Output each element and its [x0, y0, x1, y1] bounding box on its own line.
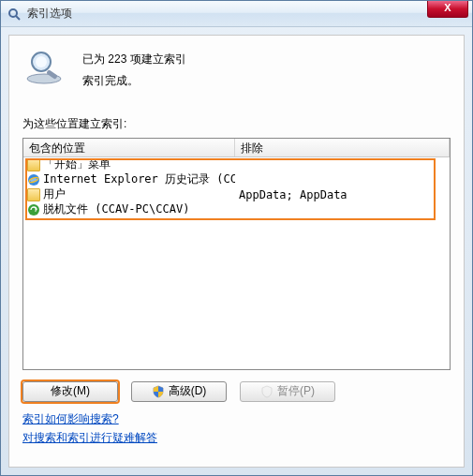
ie-icon: [27, 173, 40, 186]
advanced-button-label: 高级(D): [169, 383, 207, 399]
locations-label: 为这些位置建立索引:: [22, 116, 451, 132]
pause-button: 暂停(P): [240, 381, 335, 402]
listview-header: 包含的位置 排除: [23, 139, 450, 157]
dialog-content: 已为 223 项建立索引 索引完成。 为这些位置建立索引: 包含的位置 排除 「…: [8, 35, 465, 468]
list-item[interactable]: 脱机文件 (CCAV-PC\CCAV): [23, 202, 450, 217]
row-exclude: AppData; AppData: [235, 188, 450, 201]
list-item[interactable]: Internet Explorer 历史记录 (CCA...: [23, 172, 450, 187]
button-row: 修改(M) 高级(D) 暂停(P): [22, 381, 451, 402]
locations-listview[interactable]: 包含的位置 排除 「开始」菜单 Internet Explorer 历史记录 (…: [22, 138, 451, 370]
uac-shield-icon: [260, 385, 273, 398]
svg-point-0: [9, 9, 17, 17]
titlebar: 索引选项 X: [1, 1, 472, 27]
app-icon: [7, 7, 22, 22]
svg-point-8: [28, 204, 39, 216]
modify-button[interactable]: 修改(M): [22, 381, 118, 402]
magnifier-icon: [22, 47, 66, 84]
help-links: 索引如何影响搜索? 对搜索和索引进行疑难解答: [22, 409, 451, 448]
list-item[interactable]: 「开始」菜单: [23, 157, 450, 172]
troubleshoot-link[interactable]: 对搜索和索引进行疑难解答: [22, 431, 157, 444]
help-link[interactable]: 索引如何影响搜索?: [22, 412, 119, 425]
column-exclude[interactable]: 排除: [235, 139, 450, 156]
status-area: 已为 223 项建立索引 索引完成。: [22, 47, 451, 92]
dialog-window: 索引选项 X 已为 223 项建立索引 索引完成。 为这些位置建立索引: 包含的…: [0, 0, 473, 476]
folder-icon: [27, 158, 40, 171]
folder-icon: [27, 188, 40, 201]
window-title: 索引选项: [27, 6, 72, 22]
advanced-button[interactable]: 高级(D): [131, 381, 227, 402]
status-text: 已为 223 项建立索引 索引完成。: [82, 47, 186, 92]
row-name: Internet Explorer 历史记录 (CCA...: [43, 171, 235, 187]
close-button[interactable]: X: [427, 1, 468, 18]
indexed-count-text: 已为 223 项建立索引: [82, 49, 186, 70]
list-item[interactable]: 用户 AppData; AppData: [23, 187, 450, 202]
row-name: 用户: [43, 186, 66, 202]
column-include[interactable]: 包含的位置: [23, 139, 235, 156]
modify-button-label: 修改(M): [51, 383, 90, 399]
svg-line-1: [16, 16, 20, 20]
listview-body: 「开始」菜单 Internet Explorer 历史记录 (CCA... 用户…: [23, 157, 450, 369]
svg-point-4: [36, 56, 47, 67]
pause-button-label: 暂停(P): [277, 383, 315, 399]
row-name: 脱机文件 (CCAV-PC\CCAV): [43, 201, 189, 217]
sync-icon: [27, 203, 40, 216]
row-name: 「开始」菜单: [43, 156, 111, 172]
index-complete-text: 索引完成。: [82, 70, 186, 92]
uac-shield-icon: [152, 385, 165, 398]
